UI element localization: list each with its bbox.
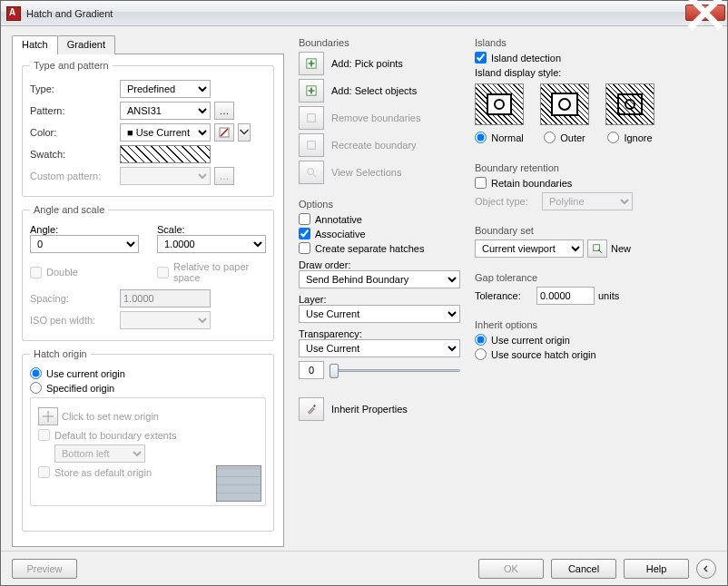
group-hatch-origin: Hatch origin Use current origin Specifie… [22, 348, 274, 532]
column-middle: Boundaries Add: Pick points Add: Select … [299, 35, 460, 547]
ok-button[interactable]: OK [478, 559, 544, 579]
new-boundary-set-button[interactable] [587, 239, 607, 258]
app-icon [6, 6, 21, 21]
transparency-slider[interactable] [330, 362, 460, 378]
radio-island-normal[interactable] [475, 132, 487, 143]
label-new-boundary-set: New [611, 243, 631, 254]
radio-specified-origin[interactable] [30, 382, 42, 394]
input-transparency-value[interactable] [299, 361, 324, 379]
legend-type-pattern: Type and pattern [30, 60, 113, 71]
select-custom-pattern [120, 167, 211, 185]
select-boundary-set[interactable]: Current viewport [475, 239, 584, 258]
label-tolerance: Tolerance: [475, 290, 533, 301]
check-default-extents [38, 429, 50, 441]
swatch-preview[interactable] [120, 145, 211, 163]
recreate-boundary-button [299, 133, 324, 157]
pick-points-button[interactable] [299, 52, 324, 75]
label-inherit-properties: Inherit Properties [331, 404, 408, 415]
select-type[interactable]: Predefined [120, 80, 211, 98]
check-annotative[interactable] [299, 213, 310, 225]
expand-collapse-button[interactable] [696, 559, 716, 579]
select-layer[interactable]: Use Current [299, 305, 460, 323]
svg-rect-3 [308, 114, 316, 122]
radio-inherit-current-origin[interactable] [475, 334, 487, 346]
label-pattern: Pattern: [30, 105, 116, 116]
island-style-normal-img[interactable] [475, 83, 524, 125]
group-angle-scale: Angle and scale Angle: 0 Scale: 1.0000 D… [22, 204, 274, 341]
label-island-normal: Normal [491, 132, 523, 143]
label-associative: Associative [315, 229, 366, 239]
select-iso-pen [120, 311, 211, 329]
help-button[interactable]: Help [624, 559, 689, 579]
radio-use-current-origin[interactable] [30, 367, 42, 379]
group-type-pattern: Type and pattern Type: Predefined Patter… [22, 60, 274, 197]
check-double [30, 267, 42, 278]
footer: Preview OK Cancel Help [1, 551, 727, 585]
cancel-button[interactable]: Cancel [551, 559, 616, 579]
label-object-type: Object type: [475, 196, 538, 207]
preview-button[interactable]: Preview [12, 559, 77, 579]
inherit-properties-button[interactable] [299, 397, 324, 421]
select-transparency[interactable]: Use Current [299, 339, 460, 357]
column-right: Islands Island detection Island display … [475, 35, 716, 547]
input-tolerance[interactable] [536, 287, 595, 305]
select-angle[interactable]: 0 [30, 235, 139, 253]
recreate-icon [306, 140, 317, 151]
label-annotative: Annotative [315, 214, 362, 225]
label-double: Double [46, 267, 78, 278]
label-swatch: Swatch: [30, 149, 116, 160]
label-default-extents: Default to boundary extents [54, 430, 177, 441]
plus-icon [306, 58, 317, 69]
pick-origin-button [38, 407, 58, 425]
bg-color-dropdown[interactable] [238, 123, 251, 142]
legend-angle-scale: Angle and scale [30, 204, 108, 215]
label-specified-origin: Specified origin [46, 383, 114, 394]
tab-hatch[interactable]: Hatch [12, 35, 58, 54]
label-select-objects: Add: Select objects [331, 85, 417, 96]
column-left: Hatch Gradient Type and pattern Type: Pr… [12, 35, 284, 547]
title-boundaries: Boundaries [299, 37, 460, 48]
label-scale: Scale: [157, 224, 266, 235]
label-type: Type: [30, 83, 116, 94]
island-style-outer-img[interactable] [540, 83, 589, 125]
label-spacing: Spacing: [30, 293, 116, 304]
radio-island-ignore[interactable] [607, 132, 619, 143]
select-draw-order[interactable]: Send Behind Boundary [299, 270, 460, 288]
select-objects-button[interactable] [299, 79, 324, 103]
titlebar: Hatch and Gradient [1, 1, 727, 26]
label-iso-pen: ISO pen width: [30, 315, 116, 326]
label-transparency: Transparency: [299, 328, 460, 339]
select-origin-corner: Bottom left [54, 444, 145, 463]
check-store-default-origin [38, 466, 50, 478]
chevron-down-icon [239, 127, 250, 138]
label-recreate-boundary: Recreate boundary [331, 140, 417, 151]
label-remove-boundaries: Remove boundaries [331, 112, 420, 123]
label-inherit-current-origin: Use current origin [491, 335, 570, 346]
close-button[interactable] [685, 5, 725, 21]
title-gap-tolerance: Gap tolerance [475, 272, 716, 283]
title-boundary-set: Boundary set [475, 225, 716, 236]
label-island-ignore: Ignore [624, 132, 652, 143]
eyedropper-icon [306, 404, 317, 415]
tab-gradient[interactable]: Gradient [57, 35, 115, 54]
pattern-browse-button[interactable]: … [214, 102, 234, 120]
select-pattern[interactable]: ANSI31 [120, 102, 211, 120]
label-island-outer: Outer [560, 132, 585, 143]
check-associative[interactable] [299, 228, 310, 239]
pick-icon [592, 243, 603, 254]
bg-color-button[interactable] [214, 123, 234, 142]
label-island-display-style: Island display style: [475, 67, 716, 78]
dialog-body: Hatch Gradient Type and pattern Type: Pr… [1, 26, 727, 551]
island-style-ignore-img[interactable] [605, 83, 654, 125]
check-retain-boundaries[interactable] [475, 177, 487, 189]
label-island-detection: Island detection [491, 53, 561, 63]
check-separate-hatches[interactable] [299, 242, 310, 254]
radio-island-outer[interactable] [544, 132, 556, 143]
select-object-type: Polyline [542, 192, 633, 210]
select-scale[interactable]: 1.0000 [157, 235, 266, 253]
radio-inherit-source-origin[interactable] [475, 348, 487, 360]
select-color[interactable]: ■ Use Current [120, 123, 211, 142]
check-island-detection[interactable] [475, 52, 487, 63]
input-spacing [120, 289, 211, 308]
dialog-window: Hatch and Gradient Hatch Gradient Type a… [0, 0, 728, 586]
